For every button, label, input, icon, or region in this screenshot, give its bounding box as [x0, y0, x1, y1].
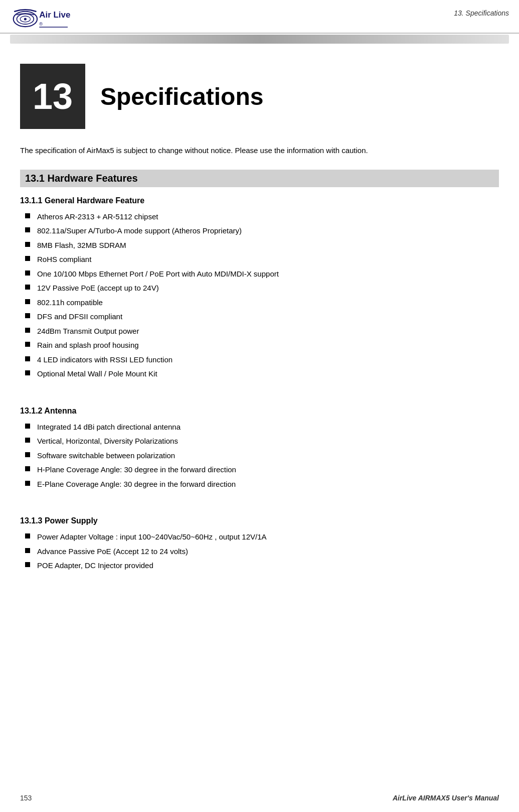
list-item: 802.11h compatible [25, 297, 499, 309]
list-item-text: H-Plane Coverage Angle: 30 degree in the… [37, 464, 236, 476]
list-item: Vertical, Horizontal, Diversity Polariza… [25, 436, 499, 447]
list-item: H-Plane Coverage Angle: 30 degree in the… [25, 464, 499, 476]
list-item: 4 LED indicators with RSSI LED function [25, 354, 499, 366]
list-item-text: Rain and splash proof housing [37, 340, 139, 351]
list-item: 802.11a/Super A/Turbo-A mode support (At… [25, 225, 499, 237]
list-item-text: Atheros AR-2313 + AR-5112 chipset [37, 211, 158, 223]
list-item-text: 802.11h compatible [37, 297, 103, 309]
list-item-text: RoHS compliant [37, 254, 91, 265]
bullet-icon [25, 356, 30, 361]
decorative-divider [10, 35, 509, 44]
bullet-icon [25, 285, 30, 290]
bullet-icon [25, 424, 30, 429]
list-item-text: 802.11a/Super A/Turbo-A mode support (At… [37, 225, 242, 237]
general-hardware-list: Atheros AR-2313 + AR-5112 chipset 802.11… [20, 211, 499, 380]
bullet-icon [25, 562, 30, 567]
list-item: Integrated 14 dBi patch directional ante… [25, 422, 499, 433]
list-item-text: Advance Passive PoE (Accept 12 to 24 vol… [37, 546, 188, 558]
list-item-text: Power Adapter Voltage : input 100~240Vac… [37, 531, 267, 543]
svg-point-3 [24, 18, 27, 20]
bullet-icon [25, 548, 30, 553]
intro-paragraph: The specification of AirMax5 is subject … [20, 144, 499, 157]
bullet-icon [25, 242, 30, 247]
list-item-text: Software switchable between polarization [37, 450, 175, 462]
bullet-icon [25, 466, 30, 471]
bullet-icon [25, 328, 30, 333]
bullet-icon [25, 481, 30, 486]
list-item-text: Integrated 14 dBi patch directional ante… [37, 422, 181, 433]
bullet-icon [25, 533, 30, 538]
airlive-logo: Air Live ® [10, 5, 70, 33]
bullet-icon [25, 256, 30, 261]
bullet-icon [25, 452, 30, 457]
bullet-icon [25, 342, 30, 347]
bullet-icon [25, 313, 30, 318]
page-header: Air Live ® 13. Specifications [0, 0, 519, 34]
list-item: DFS and DFSII compliant [25, 311, 499, 323]
list-item: Optional Metal Wall / Pole Mount Kit [25, 368, 499, 380]
list-item: Atheros AR-2313 + AR-5112 chipset [25, 211, 499, 223]
bullet-icon [25, 370, 30, 375]
page-number: 153 [20, 794, 32, 802]
bullet-icon [25, 438, 30, 443]
list-item: Advance Passive PoE (Accept 12 to 24 vol… [25, 546, 499, 558]
list-item: One 10/100 Mbps Ethernet Port / PoE Port… [25, 268, 499, 280]
chapter-header: 13 Specifications [20, 64, 499, 129]
subsection-general-hardware-heading: 13.1.1 General Hardware Feature [20, 196, 499, 205]
list-item-text: E-Plane Coverage Angle: 30 degree in the… [37, 479, 236, 490]
svg-text:Air Live: Air Live [39, 10, 70, 20]
list-item-text: Vertical, Horizontal, Diversity Polariza… [37, 436, 178, 447]
list-item-text: 8MB Flash, 32MB SDRAM [37, 240, 126, 251]
main-content: 13 Specifications The specification of A… [0, 44, 519, 599]
subsection-antenna-heading: 13.1.2 Antenna [20, 407, 499, 416]
list-item-text: 4 LED indicators with RSSI LED function [37, 354, 172, 366]
list-item: Software switchable between polarization [25, 450, 499, 462]
list-item: Power Adapter Voltage : input 100~240Vac… [25, 531, 499, 543]
list-item-text: Optional Metal Wall / Pole Mount Kit [37, 368, 157, 380]
chapter-title: Specifications [100, 83, 263, 110]
svg-text:®: ® [39, 22, 43, 27]
list-item: Rain and splash proof housing [25, 340, 499, 351]
list-item: RoHS compliant [25, 254, 499, 265]
list-item-text: POE Adapter, DC Injector provided [37, 560, 153, 572]
logo-area: Air Live ® [10, 5, 70, 33]
subsection-power-supply-heading: 13.1.3 Power Supply [20, 516, 499, 525]
bullet-icon [25, 227, 30, 232]
section-hardware-features-heading: 13.1 Hardware Features [20, 170, 499, 187]
chapter-number-box: 13 [20, 64, 85, 129]
bullet-icon [25, 299, 30, 304]
list-item: 12V Passive PoE (accept up to 24V) [25, 283, 499, 294]
list-item-text: 12V Passive PoE (accept up to 24V) [37, 283, 159, 294]
list-item-text: 24dBm Transmit Output power [37, 326, 139, 337]
chapter-number: 13 [33, 76, 73, 117]
list-item: POE Adapter, DC Injector provided [25, 560, 499, 572]
list-item: 8MB Flash, 32MB SDRAM [25, 240, 499, 251]
list-item-text: DFS and DFSII compliant [37, 311, 122, 323]
power-supply-list: Power Adapter Voltage : input 100~240Vac… [20, 531, 499, 572]
bullet-icon [25, 270, 30, 276]
page-footer: 153 AirLive AIRMAX5 User's Manual [0, 794, 519, 802]
chapter-reference: 13. Specifications [454, 5, 509, 17]
list-item: 24dBm Transmit Output power [25, 326, 499, 337]
footer-brand: AirLive AIRMAX5 User's Manual [393, 794, 499, 802]
bullet-icon [25, 213, 30, 218]
antenna-list: Integrated 14 dBi patch directional ante… [20, 422, 499, 490]
list-item-text: One 10/100 Mbps Ethernet Port / PoE Port… [37, 268, 279, 280]
list-item: E-Plane Coverage Angle: 30 degree in the… [25, 479, 499, 490]
